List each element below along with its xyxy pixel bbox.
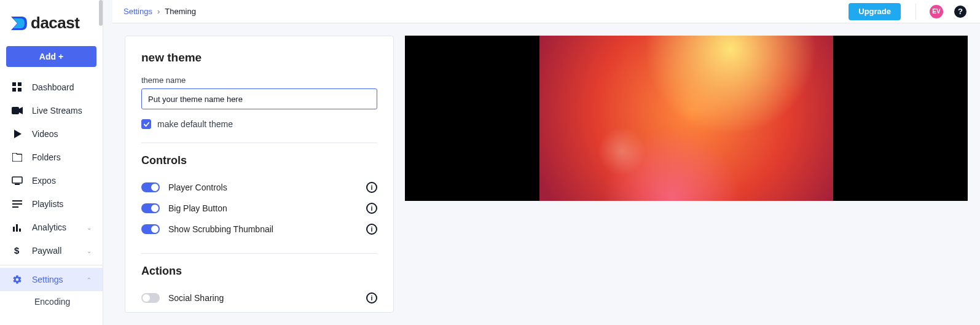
- avatar[interactable]: EV: [930, 5, 943, 18]
- gear-icon: [11, 275, 23, 284]
- default-theme-checkbox[interactable]: [141, 119, 151, 129]
- sidebar-item-analytics[interactable]: Analytics ⌄: [0, 216, 103, 239]
- svg-rect-0: [12, 82, 16, 86]
- toggle-label: Big Play Button: [168, 203, 227, 213]
- sidebar: dacast Add + Dashboard Live Streams Vide…: [0, 0, 103, 325]
- folder-icon: [11, 153, 23, 162]
- sidebar-item-folders[interactable]: Folders: [0, 146, 103, 169]
- panel-title: new theme: [141, 51, 377, 65]
- nav-label: Expos: [32, 176, 56, 186]
- play-icon: [11, 130, 23, 138]
- add-button[interactable]: Add +: [6, 46, 96, 67]
- upgrade-button[interactable]: Upgrade: [849, 3, 901, 20]
- dollar-icon: $: [11, 246, 23, 256]
- brand-icon: [11, 17, 27, 30]
- preview-image: [539, 36, 833, 201]
- sidebar-item-videos[interactable]: Videos: [0, 122, 103, 146]
- toggle-big-play-button[interactable]: [141, 203, 160, 213]
- svg-rect-4: [12, 107, 19, 114]
- check-icon: [143, 121, 150, 128]
- nav-label: Videos: [32, 129, 58, 139]
- svg-rect-10: [13, 227, 15, 232]
- toggle-row-embed-code: Embed Code i: [141, 308, 377, 313]
- theme-name-input[interactable]: [141, 88, 377, 109]
- theme-name-label: theme name: [141, 76, 377, 85]
- svg-rect-7: [12, 200, 22, 202]
- controls-title: Controls: [141, 154, 377, 167]
- nav-label: Paywall: [32, 246, 61, 256]
- info-icon[interactable]: i: [366, 292, 377, 303]
- toggle-label: Show Scrubbing Thumbnail: [168, 224, 273, 234]
- svg-rect-9: [12, 206, 18, 208]
- svg-rect-8: [12, 203, 22, 205]
- chevron-down-icon: ⌄: [87, 248, 92, 254]
- actions-title: Actions: [141, 265, 377, 278]
- sidebar-item-expos[interactable]: Expos: [0, 169, 103, 192]
- playlist-icon: [11, 200, 23, 208]
- chevron-right-icon: ›: [157, 7, 160, 16]
- sidebar-subitem-encoding[interactable]: Encoding: [0, 291, 103, 312]
- sidebar-item-paywall[interactable]: $ Paywall ⌄: [0, 239, 103, 262]
- nav-sub-label: Encoding: [34, 297, 70, 307]
- toggle-player-controls[interactable]: [141, 182, 160, 192]
- svg-rect-11: [16, 224, 18, 232]
- dashboard-icon: [11, 82, 23, 92]
- topbar: Settings › Theming Upgrade EV ?: [112, 0, 980, 23]
- svg-rect-6: [15, 184, 20, 185]
- video-preview[interactable]: [405, 36, 968, 201]
- sidebar-item-dashboard[interactable]: Dashboard: [0, 76, 103, 99]
- divider: [141, 143, 377, 143]
- logo: dacast: [0, 0, 103, 41]
- toggle-label: Social Sharing: [168, 293, 224, 303]
- info-icon[interactable]: i: [366, 224, 377, 235]
- breadcrumb-root[interactable]: Settings: [123, 7, 152, 16]
- info-icon[interactable]: i: [366, 203, 377, 214]
- nav-label: Analytics: [32, 222, 66, 232]
- help-icon[interactable]: ?: [954, 6, 966, 18]
- nav-label: Dashboard: [32, 82, 74, 92]
- toggle-row-big-play-button: Big Play Button i: [141, 198, 377, 219]
- divider: [915, 4, 916, 20]
- nav-label: Folders: [32, 152, 61, 162]
- nav-label: Playlists: [32, 199, 63, 209]
- nav-label: Live Streams: [32, 106, 82, 116]
- chevron-up-icon: ⌄: [87, 276, 92, 283]
- main: new theme theme name make default theme …: [112, 23, 980, 325]
- nav-label: Settings: [32, 275, 63, 284]
- toggle-row-social-sharing: Social Sharing i: [141, 288, 377, 308]
- monitor-icon: [11, 176, 23, 185]
- nav: Dashboard Live Streams Videos Folders Ex…: [0, 76, 103, 325]
- toggle-scrubbing-thumbnail[interactable]: [141, 224, 160, 234]
- breadcrumb-current: Theming: [165, 7, 196, 16]
- toggle-social-sharing[interactable]: [141, 293, 160, 303]
- svg-text:$: $: [14, 246, 20, 256]
- svg-rect-2: [12, 88, 16, 92]
- sidebar-item-playlists[interactable]: Playlists: [0, 192, 103, 216]
- svg-rect-5: [12, 177, 22, 183]
- nav-divider: [0, 265, 103, 265]
- brand-name: dacast: [31, 14, 79, 33]
- info-icon[interactable]: i: [366, 182, 377, 193]
- sidebar-item-settings[interactable]: Settings ⌄: [0, 268, 103, 291]
- svg-rect-12: [19, 229, 21, 232]
- bars-icon: [11, 223, 23, 232]
- sidebar-item-live-streams[interactable]: Live Streams: [0, 99, 103, 122]
- toggle-row-player-controls: Player Controls i: [141, 177, 377, 198]
- svg-rect-3: [18, 88, 22, 92]
- toggle-row-scrubbing-thumbnail: Show Scrubbing Thumbnail i: [141, 219, 377, 240]
- chevron-down-icon: ⌄: [87, 224, 92, 231]
- toggle-label: Player Controls: [168, 182, 227, 192]
- default-theme-label: make default theme: [157, 119, 233, 129]
- theme-panel: new theme theme name make default theme …: [125, 36, 394, 313]
- divider: [141, 253, 377, 254]
- svg-rect-1: [18, 82, 22, 86]
- camera-icon: [11, 107, 23, 114]
